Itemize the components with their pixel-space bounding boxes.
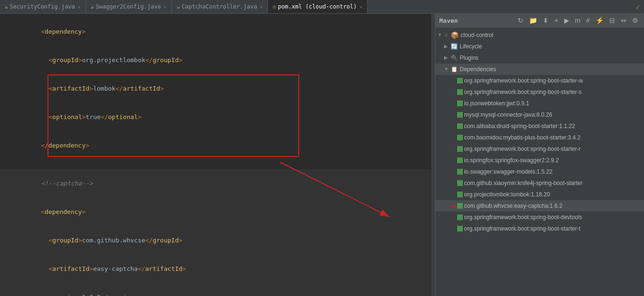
tree-item-dep7[interactable]: org.springframework.boot:spring-boot-sta… (436, 143, 644, 155)
code-line: <groupId>org.projectlombok</groupId> (0, 46, 431, 74)
tab-close[interactable]: ✕ (360, 4, 362, 9)
dep-icon (457, 89, 463, 95)
code-line: <artifactId>lombok</artifactId> (0, 74, 431, 103)
tree-arrow: ▶ (444, 42, 451, 51)
dep-icon (457, 146, 463, 152)
xml-icon: m (273, 4, 276, 10)
code-line: <dependency> (0, 198, 431, 226)
link-btn[interactable]: # (584, 16, 592, 25)
tab-swagger2-config[interactable]: ☕ Swagger2Config.java ✕ (86, 0, 172, 13)
dep-icon (457, 157, 463, 163)
code-line: <artifactId>easy-captcha</artifactId> (0, 255, 431, 283)
expand-btn[interactable]: ⇔ (619, 16, 628, 25)
code-line-comment-captcha: <!--captcha--> (0, 169, 431, 198)
dep-icon (457, 203, 463, 209)
download-btn[interactable]: ⬇ (541, 16, 550, 25)
settings-btn[interactable]: ⚙ (630, 16, 640, 25)
m-btn[interactable]: m (573, 16, 583, 25)
tree-item-dep9[interactable]: io.swagger:swagger-models:1.5.22 (436, 166, 644, 177)
tree-arrow: ▼ (437, 30, 444, 40)
maven-tree: ▼ ✓ 📦 cloud-control ▶ 🔄 Lifecycle ▶ 🔌 Pl… (436, 28, 644, 296)
tree-arrow: ▶ (444, 53, 451, 63)
code-line: <groupId>com.github.whvcse</groupId> (0, 226, 431, 255)
code-editor[interactable]: <dependency> <groupId>org.projectlombok<… (0, 14, 431, 296)
tree-item-plugins[interactable]: ▶ 🔌 Plugins (436, 52, 644, 64)
tree-arrow: ▼ (444, 65, 451, 74)
dep-icon (457, 78, 463, 83)
tree-item-dep1[interactable]: org.springframework.boot:spring-boot-sta… (436, 75, 644, 86)
tree-item-dep10[interactable]: com.github.xiaoymin:knife4j-spring-boot-… (436, 177, 644, 189)
code-line: <dependency> (0, 18, 431, 46)
tab-close[interactable]: ✕ (164, 4, 167, 9)
add-btn[interactable]: + (552, 16, 560, 25)
code-line (0, 160, 431, 169)
editor-scrollbar[interactable] (431, 14, 435, 296)
check-mark-indicator: ✓ (632, 2, 644, 11)
tree-item-dep4[interactable]: mysql:mysql-connector-java:8.0.26 (436, 109, 644, 120)
code-line: <optional>true</optional> (0, 103, 431, 131)
spacer (451, 76, 457, 85)
tab-close[interactable]: ✕ (78, 4, 81, 9)
dep-icon (457, 180, 463, 186)
dep-icon (457, 226, 463, 231)
folder-icon: 📦 (451, 30, 459, 40)
tab-bar: ☕ SecurityConfig.java ✕ ☕ Swagger2Config… (0, 0, 644, 14)
tree-item-dependencies[interactable]: ▼ 📋 Dependencies (436, 64, 644, 75)
java-icon: ☕ (5, 4, 8, 10)
maven-panel: Maven ↻ 📁 ⬇ + ▶ m # ⚡ ⊟ ⇔ ⚙ ▼ ✓ 📦 cloud (435, 14, 644, 296)
java-icon: ☕ (177, 4, 180, 10)
code-line: </dependency> (0, 131, 431, 160)
tree-item-dep2[interactable]: org.springframework.boot:spring-boot-sta… (436, 86, 644, 98)
tree-item-dep14[interactable]: org.springframework.boot:spring-boot-sta… (436, 223, 644, 234)
tab-pom-xml[interactable]: m pom.xml (cloud-control) ✕ (268, 0, 368, 13)
tree-item-dep6[interactable]: com.baomidou:mybatis-plus-boot-starter:3… (436, 132, 644, 143)
tab-captcha-controller[interactable]: ☕ CaptchaController.java ✕ (172, 0, 268, 13)
lifecycle-icon: 🔄 (451, 42, 458, 51)
columns-btn[interactable]: ⊟ (607, 16, 617, 25)
tree-item-lifecycle[interactable]: ▶ 🔄 Lifecycle (436, 41, 644, 52)
refresh-btn[interactable]: ↻ (516, 16, 525, 25)
run-btn[interactable]: ▶ (562, 16, 571, 25)
dep-icon (457, 169, 463, 175)
tree-item-dep13[interactable]: org.springframework.boot:spring-boot-dev… (436, 212, 644, 223)
tree-item-dep8[interactable]: io.springfox:springfox-swagger2:2.9.2 (436, 155, 644, 166)
plugins-icon: 🔌 (451, 53, 458, 63)
arrow-indicator: ➤ (451, 201, 456, 211)
main-area: <dependency> <groupId>org.projectlombok<… (0, 14, 644, 296)
deps-icon: 📋 (451, 65, 458, 74)
tree-item-dep11[interactable]: org.projectlombok:lombok:1.18.20 (436, 189, 644, 200)
dep-icon (457, 192, 463, 197)
tab-security-config[interactable]: ☕ SecurityConfig.java ✕ (0, 0, 86, 13)
dep-icon (457, 123, 463, 129)
tree-item-dep12-easy-captcha[interactable]: ➤ com.github.whvcse:easy-captcha:1.6.2 (436, 200, 644, 212)
tree-item-dep3[interactable]: io.jsonwebtoken:jjwt:0.9.1 (436, 98, 644, 109)
tab-close[interactable]: ✕ (260, 4, 263, 9)
maven-toolbar: ↻ 📁 ⬇ + ▶ m # ⚡ ⊟ ⇔ ⚙ (516, 16, 640, 25)
check-icon: ✓ (444, 30, 449, 40)
dep-icon (457, 135, 463, 140)
code-line: <version>1.6.2</version> (0, 283, 431, 296)
dep-icon (457, 101, 463, 106)
code-wrapper: <dependency> <groupId>org.projectlombok<… (0, 18, 431, 296)
folder-btn[interactable]: 📁 (527, 16, 539, 25)
java-icon: ☕ (91, 4, 94, 10)
tree-item-dep5[interactable]: com.alibaba:druid-spring-boot-starter:1.… (436, 120, 644, 132)
dep-icon (457, 214, 463, 220)
tree-item-cloud-control[interactable]: ▼ ✓ 📦 cloud-control (436, 29, 644, 41)
dep-icon (457, 112, 463, 118)
maven-header: Maven ↻ 📁 ⬇ + ▶ m # ⚡ ⊟ ⇔ ⚙ (436, 14, 644, 28)
bolt-btn[interactable]: ⚡ (594, 16, 606, 25)
